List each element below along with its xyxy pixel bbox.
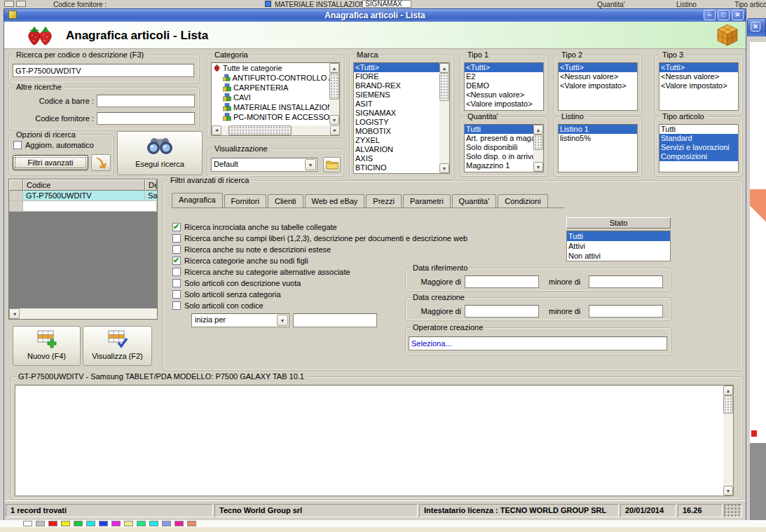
close-button[interactable]: ✕: [732, 10, 744, 20]
list-item[interactable]: MOBOTIX: [354, 127, 449, 136]
result-row-code[interactable]: GT-P7500UWDITV: [23, 191, 145, 201]
reference-date-to-input[interactable]: [589, 275, 663, 288]
list-item[interactable]: Solo disponibili: [465, 143, 534, 152]
list-item[interactable]: AXIS: [354, 154, 449, 163]
checkbox[interactable]: [172, 268, 181, 276]
brand-vscrollbar[interactable]: ▲ ▼: [439, 63, 449, 173]
tab-web-ed-ebay[interactable]: Web ed eBay: [305, 194, 365, 207]
list-item[interactable]: <Tutti>: [659, 63, 738, 72]
tab-clienti[interactable]: Clienti: [268, 194, 303, 207]
list-item[interactable]: FIORE: [354, 72, 449, 81]
column-header-desc[interactable]: De: [145, 179, 157, 191]
reference-date-from-input[interactable]: [465, 275, 539, 288]
tree-item[interactable]: PC-MONITOR E ACCESSORI: [212, 112, 339, 122]
tree-root[interactable]: Tutte le categorie: [212, 63, 339, 73]
list-item[interactable]: LOGISTY: [354, 118, 449, 127]
startswith-arrow[interactable]: ▼: [277, 315, 288, 326]
tree-item[interactable]: CAVI: [212, 93, 339, 102]
new-button[interactable]: Nuovo (F4): [13, 326, 81, 366]
background-window-right: ✕: [746, 8, 766, 521]
list-item[interactable]: <Nessun valore>: [559, 72, 637, 81]
list-item[interactable]: Tutti: [659, 125, 738, 134]
bg-close-button[interactable]: ✕: [751, 22, 760, 32]
checkbox[interactable]: [172, 290, 181, 299]
view-folder-button[interactable]: [323, 157, 341, 172]
list-item[interactable]: ZYXEL: [354, 136, 449, 145]
supplier-code-input[interactable]: [97, 112, 195, 125]
list-item[interactable]: Attivi: [567, 241, 670, 251]
creation-date-to-input[interactable]: [589, 305, 663, 318]
list-item[interactable]: Tutti: [567, 231, 670, 241]
startswith-input[interactable]: [293, 313, 377, 327]
list-item[interactable]: Composizioni: [659, 152, 738, 161]
tab-condizioni[interactable]: Condizioni: [498, 194, 547, 207]
view-combobox[interactable]: Default ▼: [211, 158, 317, 172]
description-textarea[interactable]: [15, 385, 734, 496]
tree-item[interactable]: ANTIFURTO-CONTROLLO AC: [212, 73, 339, 83]
list-item[interactable]: DEMO: [465, 81, 543, 90]
quantity-vscrollbar[interactable]: ▲ ▼: [533, 125, 543, 172]
list-item[interactable]: Art. presenti a maga: [465, 134, 534, 143]
list-item[interactable]: Listino 1: [559, 125, 637, 134]
column-header-code[interactable]: Codice: [23, 179, 145, 191]
search-input[interactable]: [13, 64, 194, 77]
tab-parametri[interactable]: Parametri: [403, 194, 451, 207]
list-item[interactable]: <Nessun valore>: [659, 72, 738, 81]
list-item[interactable]: Standard: [659, 134, 738, 143]
results-hscrollbar[interactable]: ◄: [9, 308, 157, 319]
run-search-button[interactable]: Esegui ricerca: [117, 131, 203, 175]
row-selector-header[interactable]: [9, 179, 23, 191]
creation-date-from-input[interactable]: [465, 305, 539, 318]
list-item[interactable]: Non attivi: [567, 251, 670, 261]
startswith-combobox[interactable]: inizia per ▼: [191, 313, 289, 327]
maximize-button[interactable]: □: [718, 10, 730, 20]
checkbox[interactable]: [172, 257, 181, 265]
checkbox[interactable]: [172, 234, 181, 243]
list-item[interactable]: <Tutti>: [559, 63, 637, 72]
result-row-desc[interactable]: Sa: [145, 191, 157, 201]
list-item[interactable]: <Valore impostato>: [659, 81, 738, 90]
list-item[interactable]: Servizi e lavorazioni: [659, 143, 738, 152]
window-titlebar[interactable]: Anagrafica articoli - Lista: [4, 8, 746, 22]
category-hscrollbar[interactable]: ◄ ►: [212, 125, 340, 135]
auto-update-checkbox[interactable]: [13, 141, 22, 149]
list-item[interactable]: BRAND-REX: [354, 81, 449, 90]
checkbox[interactable]: [172, 279, 181, 287]
tree-item[interactable]: MATERIALE INSTALLAZIONE: [212, 102, 339, 112]
list-item[interactable]: Solo disp. o in arrivo: [465, 152, 534, 161]
row-selector-cell[interactable]: [9, 191, 23, 201]
list-item[interactable]: ALVARION: [354, 145, 449, 154]
list-item[interactable]: <Tutti>: [465, 63, 543, 72]
list-item[interactable]: <Valore impostato>: [465, 100, 543, 109]
checkbox[interactable]: [172, 223, 181, 231]
tab-quantita[interactable]: Quantita': [452, 194, 497, 207]
tab-fornitori[interactable]: Fornitori: [224, 194, 266, 207]
tab-prezzi[interactable]: Prezzi: [366, 194, 402, 207]
view-record-icon: [107, 329, 128, 349]
list-item[interactable]: Tutti: [465, 125, 534, 134]
list-item[interactable]: SIEMENS: [354, 90, 449, 100]
list-item[interactable]: listino5%: [559, 134, 637, 143]
list-item[interactable]: <Nessun valore>: [465, 90, 543, 100]
list-item[interactable]: <Tutti>: [354, 63, 449, 72]
list-item[interactable]: Magazzino 1: [465, 161, 534, 170]
list-item[interactable]: BTICINO: [354, 163, 449, 172]
description-vscrollbar[interactable]: ▲ ▼: [723, 386, 733, 496]
category-vscrollbar[interactable]: ▲ ▼: [329, 63, 339, 125]
tree-item[interactable]: CARPENTERIA: [212, 83, 339, 93]
flame-button[interactable]: [91, 154, 111, 171]
view-button[interactable]: Visualizza (F2): [83, 326, 152, 366]
list-item[interactable]: SIGNAMAX: [354, 109, 449, 118]
advanced-filters-button[interactable]: Filtri avanzati: [13, 155, 88, 170]
list-item[interactable]: <Valore impostato>: [559, 81, 637, 90]
creation-operator-select[interactable]: Seleziona...: [409, 336, 667, 350]
checkbox[interactable]: [172, 301, 181, 310]
barcode-input[interactable]: [97, 95, 195, 107]
tab-anagrafica[interactable]: Anagrafica: [172, 193, 223, 207]
view-combobox-arrow[interactable]: ▼: [305, 159, 316, 170]
checkbox[interactable]: [172, 245, 181, 254]
minimize-button[interactable]: –: [704, 10, 716, 20]
list-item[interactable]: ASIT: [354, 100, 449, 109]
list-item[interactable]: E2: [465, 72, 543, 81]
status-resize-grip[interactable]: [724, 504, 742, 517]
